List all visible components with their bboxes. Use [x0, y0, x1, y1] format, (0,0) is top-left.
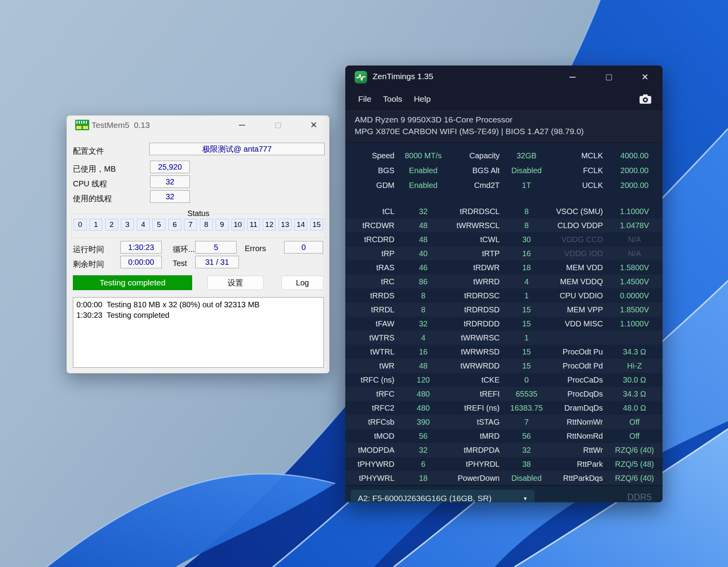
param-label: tWRWRSD	[449, 345, 503, 359]
param-label: ProcOdt Pd	[550, 359, 606, 373]
param-value: Off	[606, 429, 663, 443]
param-label: tMOD	[345, 429, 398, 443]
status-cell: 8	[200, 219, 213, 230]
status-cell: 11	[247, 219, 260, 230]
testing-status-button[interactable]: Testing completed	[73, 275, 192, 290]
param-value: 1	[503, 331, 550, 345]
param-label: RttNomRd	[550, 429, 606, 443]
timing-row: tRC86tWRRD4MEM VDDQ1.4500V	[345, 275, 663, 289]
param-label: tWTRS	[345, 331, 398, 345]
param-label	[550, 331, 606, 345]
status-cell: 14	[294, 219, 307, 230]
param-value: N/A	[606, 246, 663, 260]
timing-row: tRFC (ns)120tCKE0ProcCaDs30.0 Ω	[345, 373, 663, 387]
profile-field[interactable]: 极限测试@ anta777	[149, 143, 325, 155]
zentimings-window-title: ZenTimings 1.35	[373, 72, 433, 81]
used-mb-label: 已使用，MB	[73, 164, 116, 174]
minimize-button[interactable]	[560, 66, 585, 89]
log-line: 1:30:23 Testing completed	[76, 310, 320, 321]
param-label: tRDRDSCL	[449, 204, 503, 218]
param-label: tRFC (ns)	[345, 373, 398, 387]
param-label: UCLK	[550, 178, 606, 193]
param-value: Enabled	[398, 178, 449, 193]
param-label: tRDRDSC	[449, 289, 503, 303]
param-value: 7	[503, 415, 550, 429]
maximize-button[interactable]	[597, 66, 621, 89]
param-value: 1.1000V	[606, 317, 663, 331]
param-label: tWRWRDD	[449, 359, 503, 373]
testmem5-titlebar[interactable]: TestMem5 0.13 ✕	[67, 115, 329, 135]
param-label: VDD MISC	[550, 317, 606, 331]
param-label: tRC	[345, 275, 398, 289]
zentimings-titlebar[interactable]: ZenTimings 1.35 ✕	[345, 66, 663, 89]
timing-row: tRRDL8tRDRDSD15MEM VPP1.8500V	[345, 303, 663, 317]
config-row: GDMEnabledCmd2T1TUCLK2000.00	[345, 178, 663, 193]
status-cell: 3	[121, 219, 134, 230]
timing-row: tRCDRD48tCWL30VDDG CCDN/A	[345, 232, 663, 246]
threads-used-field[interactable]: 32	[150, 190, 190, 203]
param-value: 4000.00	[606, 148, 663, 163]
status-group-label: Status	[184, 209, 213, 218]
param-label: tPHYRDL	[449, 457, 503, 471]
param-label: tRDWR	[449, 260, 503, 275]
param-value: 15	[503, 303, 550, 317]
param-label: FCLK	[550, 163, 606, 178]
param-label: tRFCsb	[345, 415, 398, 429]
cpu-threads-field[interactable]: 32	[150, 175, 190, 188]
memory-config-grid: Speed8000 MT/sCapacity32GBMCLK4000.00BGS…	[345, 143, 663, 193]
timing-row: tPHYWRL18PowerDownDisabledRttParkDqsRZQ/…	[345, 471, 663, 485]
close-button[interactable]: ✕	[304, 115, 324, 135]
used-mb-field[interactable]: 25,920	[150, 161, 190, 173]
dimm-selector-dropdown[interactable]: A2: F5-6000J2636G16G (16GB, SR) ▼	[351, 490, 535, 502]
camera-icon[interactable]	[638, 92, 653, 106]
cpu-name: AMD Ryzen 9 9950X3D 16-Core Processor	[355, 114, 653, 126]
status-cell: 5	[152, 219, 165, 230]
config-row: BGSEnabledBGS AltDisabledFCLK2000.00	[345, 163, 663, 178]
param-value: 480	[398, 387, 449, 401]
param-value: 30	[503, 232, 550, 246]
cycles-label: 循环...	[173, 244, 195, 255]
param-value: 32	[398, 204, 449, 218]
menu-help[interactable]: Help	[408, 92, 436, 106]
remaining-label: 剩余时间	[73, 259, 104, 269]
timing-row: tRRDS8tRDRDSC1CPU VDDIO0.0000V	[345, 289, 663, 303]
param-value: 48	[398, 232, 449, 246]
timing-row: tRFCsb390tSTAG7RttNomWrOff	[345, 415, 663, 429]
profile-label: 配置文件	[73, 146, 104, 156]
param-value: 56	[398, 429, 449, 443]
param-label: tRDRDSD	[449, 303, 503, 317]
param-label: tMRD	[449, 429, 503, 443]
param-label: MEM VDDQ	[550, 275, 606, 289]
timing-row: tMODPDA32tMRDPDA32RttWrRZQ/6 (40)	[345, 443, 663, 457]
menu-file[interactable]: File	[352, 92, 377, 106]
param-value: Hi-Z	[606, 359, 663, 373]
param-value: 32	[398, 317, 449, 331]
menu-tools[interactable]: Tools	[377, 92, 408, 106]
param-label: tWTRL	[345, 345, 398, 359]
testmem5-window-title: TestMem5 0.13	[92, 120, 150, 130]
param-label: tCKE	[449, 373, 503, 387]
param-label: MEM VPP	[550, 303, 606, 317]
threads-used-label: 使用的线程	[73, 193, 112, 204]
param-label: tSTAG	[449, 415, 503, 429]
maximize-button[interactable]	[268, 115, 288, 135]
timing-row: tRAS46tRDWR18MEM VDD1.5800V	[345, 260, 663, 275]
close-button[interactable]: ✕	[633, 66, 657, 89]
status-cells: 0123456789101112131415	[74, 219, 323, 230]
param-value	[606, 331, 663, 345]
param-value: 0.0000V	[606, 289, 663, 303]
param-value: 4	[398, 331, 449, 345]
timing-row: tMOD56tMRD56RttNomRdOff	[345, 429, 663, 443]
param-value: 65535	[503, 387, 550, 401]
minimize-button[interactable]	[232, 115, 252, 135]
log-button[interactable]: Log	[281, 276, 323, 290]
settings-button[interactable]: 设置	[207, 276, 263, 290]
param-label: tMRDPDA	[449, 443, 503, 457]
param-label: tRAS	[345, 260, 398, 275]
param-value: 48	[398, 218, 449, 232]
runtime-label: 运行时间	[73, 244, 104, 255]
timing-row: tCL32tRDRDSCL8VSOC (SMU)1.1000V	[345, 204, 663, 218]
log-textarea[interactable]: 0:00:00 Testing 810 MB x 32 (80%) out of…	[73, 297, 324, 368]
param-label: tRDRDDD	[449, 317, 503, 331]
param-value: 2000.00	[606, 178, 663, 193]
